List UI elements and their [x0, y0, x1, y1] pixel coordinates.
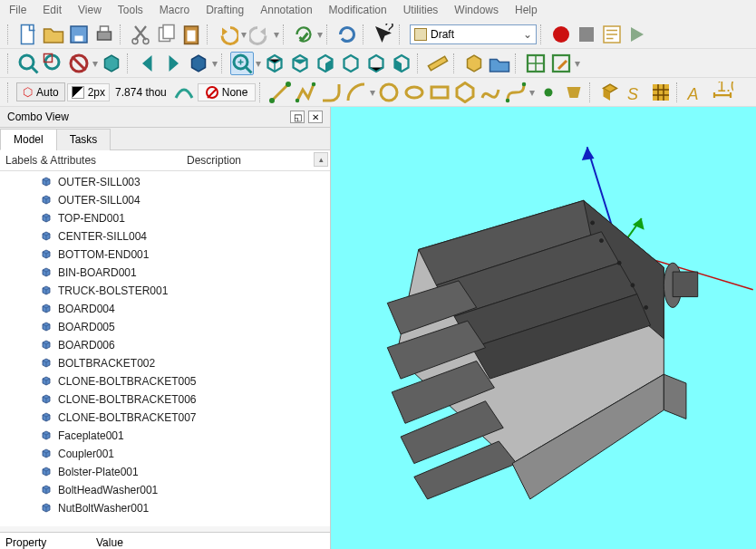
refresh-check-icon[interactable]	[292, 23, 315, 46]
tree-header-labels[interactable]: Labels & Attributes	[5, 154, 187, 167]
draft-fillet-icon[interactable]	[319, 81, 343, 104]
draft-polygon-icon[interactable]	[453, 81, 477, 104]
draft-rectangle-icon[interactable]	[428, 81, 451, 104]
open-file-icon[interactable]	[42, 23, 65, 46]
tree-item[interactable]: BIN-BOARD001	[0, 264, 330, 282]
link-make-icon[interactable]	[524, 52, 548, 75]
tree-item[interactable]: Bolster-Plate001	[0, 463, 330, 481]
copy-icon[interactable]	[154, 23, 178, 46]
tree-item[interactable]: BOTTOM-END001	[0, 246, 330, 264]
scroll-up-icon[interactable]: ▴	[314, 152, 328, 167]
zoom-selection-icon[interactable]	[42, 52, 65, 75]
cut-icon[interactable]	[129, 23, 152, 46]
view-rear-icon[interactable]	[339, 52, 363, 75]
menu-edit[interactable]: Edit	[43, 4, 62, 16]
menu-view[interactable]: View	[78, 4, 102, 16]
menu-drafting[interactable]: Drafting	[206, 4, 244, 16]
group-icon[interactable]	[488, 52, 511, 75]
draft-point-icon[interactable]	[537, 81, 560, 104]
draft-ellipse-icon[interactable]	[402, 81, 426, 104]
tree-item[interactable]: BOARD006	[0, 336, 330, 354]
tree-item[interactable]: BOARD004	[0, 300, 330, 318]
nav-right-icon[interactable]	[161, 52, 185, 75]
menu-help[interactable]: Help	[515, 4, 538, 16]
menu-modification[interactable]: Modification	[329, 4, 387, 16]
draft-line-icon[interactable]	[268, 81, 292, 104]
tree-header-description[interactable]: Description	[187, 154, 241, 167]
tree-item[interactable]: NutBoltWasher001	[0, 499, 330, 517]
tree-item[interactable]: TRUCK-BOLSTER001	[0, 282, 330, 300]
menu-macro[interactable]: Macro	[160, 4, 189, 16]
menu-annotation[interactable]: Annotation	[260, 4, 312, 16]
print-icon[interactable]	[92, 23, 116, 46]
tree-item[interactable]: OUTER-SILL003	[0, 173, 330, 191]
3d-viewport[interactable]	[331, 107, 756, 549]
macro-edit-icon[interactable]	[600, 23, 624, 46]
view-top-icon[interactable]	[288, 52, 312, 75]
linewidth-box[interactable]: 2px	[67, 83, 110, 101]
draft-circle-icon[interactable]	[377, 81, 401, 104]
draft-text-icon[interactable]: S	[624, 81, 647, 104]
tree-item[interactable]: Faceplate001	[0, 427, 330, 445]
property-header-value[interactable]: Value	[96, 536, 123, 549]
view-left-icon[interactable]	[390, 52, 413, 75]
menu-windows[interactable]: Windows	[454, 4, 499, 16]
tree-item-label: BIN-BOARD001	[58, 266, 137, 279]
tree-item[interactable]: OUTER-SILL004	[0, 191, 330, 209]
tab-tasks[interactable]: Tasks	[56, 129, 111, 150]
tab-model[interactable]: Model	[0, 129, 57, 150]
tree-item[interactable]: Coupler001	[0, 445, 330, 463]
workbench-selector[interactable]: Draft ⌄	[410, 24, 537, 44]
menu-file[interactable]: File	[9, 4, 26, 16]
zoom-region-icon[interactable]	[230, 52, 254, 75]
view-bottom-icon[interactable]	[364, 52, 388, 75]
construction-mode-icon[interactable]	[172, 81, 196, 104]
draft-shape2d-icon[interactable]	[598, 81, 622, 104]
model-tree[interactable]: OUTER-SILL003OUTER-SILL004TOP-END001CENT…	[0, 171, 330, 526]
menu-tools[interactable]: Tools	[118, 4, 143, 16]
macro-stop-icon[interactable]	[575, 23, 598, 46]
tree-item[interactable]: CENTER-SILL004	[0, 227, 330, 246]
refresh-icon[interactable]	[335, 23, 359, 46]
draft-wire-icon[interactable]	[294, 81, 317, 104]
property-header-property[interactable]: Property	[5, 536, 96, 549]
view-right-icon[interactable]	[314, 52, 337, 75]
bounding-box-icon[interactable]	[100, 52, 123, 75]
tree-item[interactable]: TOP-END001	[0, 209, 330, 227]
draft-hatch-icon[interactable]	[649, 81, 673, 104]
menu-utilities[interactable]: Utilities	[403, 4, 439, 16]
save-icon[interactable]	[67, 23, 91, 46]
tree-item[interactable]: CLONE-BOLTBRACKET007	[0, 409, 330, 427]
svg-rect-3	[98, 32, 111, 40]
link-actions-icon[interactable]	[549, 52, 573, 75]
draft-bezier-icon[interactable]	[504, 81, 528, 104]
snap-auto-button[interactable]: ⬡ Auto	[16, 82, 65, 101]
nav-left-icon[interactable]	[136, 52, 160, 75]
annotation-text-icon[interactable]: A	[685, 81, 709, 104]
isometric-icon[interactable]	[187, 52, 210, 75]
zoom-fit-icon[interactable]	[16, 52, 40, 75]
draft-bspline-icon[interactable]	[479, 81, 502, 104]
tree-item[interactable]: BoltHeadWasher001	[0, 481, 330, 499]
undo-icon[interactable]	[216, 23, 239, 46]
draw-style-icon[interactable]	[67, 52, 91, 75]
annotation-dim-icon[interactable]: 1.0	[711, 81, 734, 104]
draft-arc-icon[interactable]	[344, 81, 368, 104]
macro-play-icon[interactable]	[625, 23, 649, 46]
panel-float-icon[interactable]: ◱	[290, 111, 305, 123]
measure-icon[interactable]	[426, 52, 450, 75]
tree-item[interactable]: BOARD005	[0, 318, 330, 336]
part-icon[interactable]	[462, 52, 486, 75]
tree-item[interactable]: CLONE-BOLTBRACKET006	[0, 390, 330, 409]
paste-icon[interactable]	[179, 23, 203, 46]
draft-facebinder-icon[interactable]	[562, 81, 586, 104]
tree-item[interactable]: BOLTBRACKET002	[0, 354, 330, 372]
redo-icon[interactable]	[248, 23, 272, 46]
whats-this-icon[interactable]: ?	[372, 23, 395, 46]
panel-close-icon[interactable]: ✕	[308, 111, 323, 123]
macro-record-icon[interactable]	[549, 23, 573, 46]
tree-item[interactable]: CLONE-BOLTBRACKET005	[0, 372, 330, 390]
view-front-icon[interactable]	[263, 52, 286, 75]
new-file-icon[interactable]	[16, 23, 40, 46]
fillstyle-none-button[interactable]: None	[198, 83, 257, 101]
